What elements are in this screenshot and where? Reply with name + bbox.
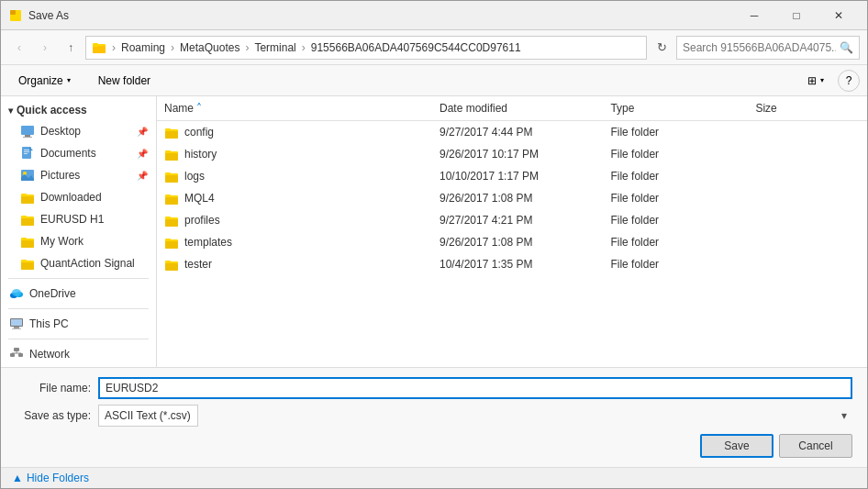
svg-rect-1 [10,10,16,15]
quick-access-label: Quick access [17,104,87,117]
address-sep-1: › [112,41,116,54]
up-button[interactable]: ↑ [60,37,82,59]
col-name-label: Name [164,102,194,115]
quick-access-section: ▾ Quick access Desktop 📌 [1,100,156,274]
view-button[interactable]: ⊞ ▾ [797,69,834,93]
sidebar-item-mywork[interactable]: My Work [1,230,156,252]
onedrive-label: OneDrive [29,287,76,300]
svg-rect-49 [165,194,171,197]
organize-button[interactable]: Organize ▾ [8,69,81,93]
file-name-cell: profiles [157,211,432,229]
forward-button[interactable]: › [34,37,56,59]
thispc-icon [9,317,24,331]
mywork-icon [20,234,35,249]
help-button[interactable]: ? [838,70,860,92]
filetype-select[interactable]: ASCII Text (*.csv) [98,405,198,427]
new-folder-button[interactable]: New folder [88,69,161,93]
file-type-cell: File folder [603,124,748,140]
table-row[interactable]: templates 9/26/2017 1:08 PM File folder [157,231,867,253]
file-date-cell: 9/27/2017 4:44 PM [432,124,603,140]
title-bar-buttons: ─ □ ✕ [733,1,860,30]
quantaction-label: QuantAction Signal [40,257,135,270]
file-type-cell: File folder [603,168,748,184]
svg-rect-10 [24,151,29,152]
svg-rect-3 [93,46,106,53]
main-content: ▾ Quick access Desktop 📌 [1,96,867,367]
refresh-button[interactable]: ↻ [651,37,673,59]
col-type[interactable]: Type [603,100,748,117]
table-row[interactable]: tester 10/4/2017 1:35 PM File folder [157,253,867,275]
file-size-cell [748,196,867,200]
sidebar-item-downloaded[interactable]: Downloaded [1,186,156,208]
window-title: Save As [28,9,733,22]
footer: File name: Save as type: ASCII Text (*.c… [1,367,867,467]
svg-rect-4 [93,43,98,47]
quick-access-header[interactable]: ▾ Quick access [1,100,156,120]
file-type-cell: File folder [603,146,748,162]
file-date-cell: 9/26/2017 1:08 PM [432,234,603,250]
table-row[interactable]: MQL4 9/26/2017 1:08 PM File folder [157,187,867,209]
nav-bar: ‹ › ↑ › Roaming › MetaQuotes › Terminal … [1,30,867,65]
svg-rect-15 [21,194,27,196]
table-row[interactable]: config 9/27/2017 4:44 PM File folder [157,121,867,143]
new-folder-label: New folder [98,74,150,87]
filename-input[interactable] [98,377,852,399]
desktop-label: Desktop [40,125,81,138]
pictures-icon [20,168,35,183]
file-name: profiles [184,214,220,227]
close-button[interactable]: ✕ [818,1,860,30]
file-name-cell: templates [157,233,432,251]
address-sep-3: › [245,41,249,54]
address-terminal[interactable]: Terminal [254,41,295,54]
address-roaming[interactable]: Roaming [121,41,165,54]
documents-label: Documents [40,147,96,160]
sidebar-item-quantaction[interactable]: QuantAction Signal [1,252,156,274]
folder-icon [164,125,179,139]
save-as-dialog: Save As ─ □ ✕ ‹ › ↑ › Roaming › MetaQuot… [0,0,868,489]
footer-buttons: Save Cancel [16,434,852,458]
address-bar[interactable]: › Roaming › MetaQuotes › Terminal › 9155… [85,36,647,60]
svg-rect-25 [21,262,34,270]
search-box[interactable]: 🔍 [676,36,860,60]
maximize-button[interactable]: □ [775,1,818,30]
divider-3 [8,339,149,339]
col-name[interactable]: Name ˄ [157,100,432,117]
folder-icon [164,147,179,161]
col-date[interactable]: Date modified [432,100,603,117]
sidebar-item-thispc[interactable]: This PC [1,313,156,335]
file-date-cell: 10/4/2017 1:35 PM [432,256,603,272]
sidebar-item-onedrive[interactable]: OneDrive [1,283,156,305]
file-type-cell: File folder [603,190,748,206]
address-metaquotes[interactable]: MetaQuotes [180,41,239,54]
sidebar-item-network[interactable]: Network [1,343,156,365]
table-row[interactable]: logs 10/10/2017 1:17 PM File folder [157,165,867,187]
table-row[interactable]: profiles 9/27/2017 4:21 PM File folder [157,209,867,231]
file-size-cell [748,152,867,156]
minimize-button[interactable]: ─ [733,1,775,30]
file-size-cell [748,218,867,222]
desktop-icon [20,124,35,139]
back-button[interactable]: ‹ [8,37,30,59]
sidebar-item-pictures[interactable]: Pictures 📌 [1,164,156,186]
svg-point-28 [12,289,21,296]
file-name-cell: tester [157,255,432,273]
desktop-pin: 📌 [137,127,148,137]
filename-label: File name: [16,382,98,395]
sidebar-item-documents[interactable]: Documents 📌 [1,142,156,164]
pictures-label: Pictures [40,169,80,182]
hide-folders-bar[interactable]: ▲ Hide Folders [1,467,867,488]
svg-rect-5 [21,126,34,135]
file-name: logs [184,170,205,183]
thispc-label: This PC [29,317,69,330]
sidebar-item-desktop[interactable]: Desktop 📌 [1,120,156,142]
sidebar-item-eurusd[interactable]: EURUSD H1 [1,208,156,230]
hide-folders-label: Hide Folders [27,472,89,484]
file-size-cell [748,262,867,266]
address-hash[interactable]: 915566BA06ADA407569C544CC0D97611 [311,41,521,54]
save-button[interactable]: Save [700,434,773,458]
search-input[interactable] [683,41,836,54]
col-size[interactable]: Size [748,100,867,117]
cancel-button[interactable]: Cancel [779,434,852,458]
file-name: templates [184,236,232,249]
table-row[interactable]: history 9/26/2017 10:17 PM File folder [157,143,867,165]
